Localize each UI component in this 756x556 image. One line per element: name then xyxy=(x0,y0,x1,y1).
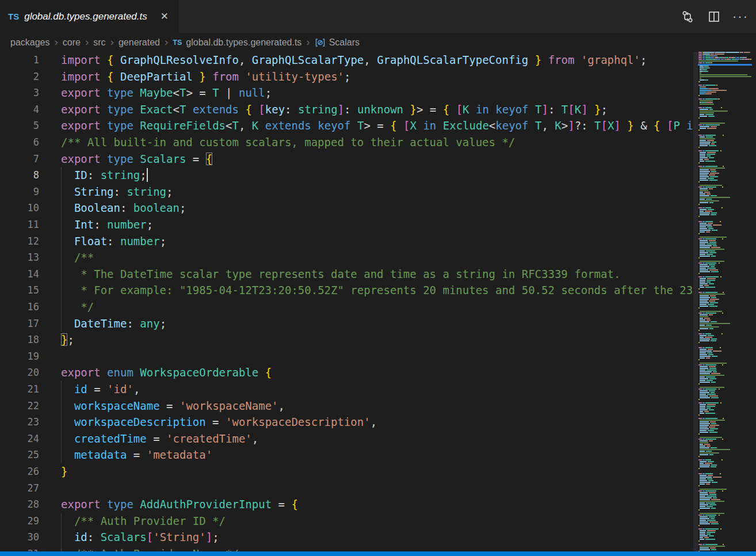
scrollbar-track[interactable] xyxy=(693,52,698,551)
code-line[interactable]: DateTime: any; xyxy=(61,315,693,332)
minimap-row xyxy=(698,150,752,151)
code-line[interactable]: } xyxy=(61,463,693,480)
line-number: 19 xyxy=(0,348,39,365)
code-line[interactable]: import { GraphQLResolveInfo, GraphQLScal… xyxy=(61,52,693,68)
code-editor[interactable]: 1234567891011121314151617181920212223242… xyxy=(0,52,756,551)
minimap-row xyxy=(698,83,752,84)
minimap-row xyxy=(698,378,752,379)
minimap-row xyxy=(698,537,752,538)
minimap-row xyxy=(698,449,752,450)
code-line[interactable] xyxy=(61,480,693,497)
line-number: 10 xyxy=(0,200,39,216)
minimap-row xyxy=(698,439,752,440)
minimap[interactable] xyxy=(698,52,752,551)
code-line[interactable]: Float: number; xyxy=(61,233,693,250)
minimap-row xyxy=(698,402,752,403)
minimap-row xyxy=(698,499,752,500)
code-line[interactable]: export type Maybe<T> = T | null; xyxy=(61,85,693,101)
code-area[interactable]: import { GraphQLResolveInfo, GraphQLScal… xyxy=(61,52,693,551)
minimap-row xyxy=(698,278,752,279)
code-line[interactable]: createdTime = 'createdTime', xyxy=(61,431,693,447)
code-line[interactable]: id: Scalars['String']; xyxy=(61,529,693,546)
minimap-row xyxy=(698,142,752,143)
minimap-row xyxy=(698,392,752,393)
code-line[interactable]: workspaceName = 'workspaceName', xyxy=(61,398,693,414)
more-actions-icon[interactable]: ··· xyxy=(733,9,748,24)
code-line[interactable]: export type RequireFields<T, K extends k… xyxy=(61,117,693,134)
minimap-row xyxy=(698,511,752,512)
minimap-row xyxy=(698,62,752,63)
minimap-row xyxy=(698,504,752,505)
minimap-row xyxy=(698,155,752,157)
minimap-row xyxy=(698,300,752,302)
minimap-row xyxy=(698,411,752,412)
code-line[interactable]: metadata = 'metadata' xyxy=(61,447,693,463)
open-changes-icon[interactable] xyxy=(680,9,695,24)
minimap-row xyxy=(698,539,752,540)
code-line[interactable]: * For example: "1985-04-12T23:20:50.52Z"… xyxy=(61,282,693,299)
minimap-row xyxy=(698,114,752,115)
minimap-row xyxy=(698,242,752,243)
code-line[interactable]: String: string; xyxy=(61,184,693,200)
minimap-row xyxy=(698,532,752,533)
breadcrumb-item-file[interactable]: global.db.types.generated.ts xyxy=(186,37,301,48)
code-line[interactable]: * The DateTime scalar type represents da… xyxy=(61,266,693,283)
minimap-row xyxy=(698,95,752,96)
code-line[interactable]: /** xyxy=(61,249,693,266)
minimap-row xyxy=(698,195,752,196)
code-line[interactable]: export type AddAuthProviderInput = { xyxy=(61,496,693,513)
code-line[interactable]: import { DeepPartial } from 'utility-typ… xyxy=(61,68,693,85)
code-line[interactable]: ID: string; xyxy=(61,167,693,184)
breadcrumb-item-src[interactable]: src xyxy=(93,37,105,48)
breadcrumb-item-symbol[interactable]: Scalars xyxy=(329,37,360,48)
code-line[interactable]: }; xyxy=(61,332,693,348)
minimap-row xyxy=(698,76,752,77)
code-line[interactable]: workspaceDescription = 'workspaceDescrip… xyxy=(61,414,693,431)
code-line[interactable] xyxy=(61,348,693,365)
code-line[interactable]: /** Auth Provider Name */ xyxy=(61,546,693,551)
minimap-row xyxy=(698,54,752,55)
minimap-row xyxy=(698,496,752,497)
minimap-row xyxy=(698,516,752,517)
breadcrumb-item-core[interactable]: core xyxy=(63,37,81,48)
code-line[interactable]: export type Exact<T extends { [key: stri… xyxy=(61,101,693,118)
minimap-row xyxy=(698,376,752,378)
code-line[interactable]: export type Scalars = { xyxy=(61,151,693,167)
minimap-row xyxy=(698,338,752,340)
minimap-row xyxy=(698,92,752,93)
code-line[interactable]: /** All built-in and custom scalars, map… xyxy=(61,134,693,151)
minimap-row xyxy=(698,342,752,343)
minimap-row xyxy=(698,180,752,181)
minimap-row xyxy=(698,69,752,70)
minimap-row xyxy=(698,81,752,82)
minimap-current-line xyxy=(698,64,752,66)
minimap-row xyxy=(698,433,752,435)
minimap-row xyxy=(698,309,752,310)
close-icon[interactable]: ✕ xyxy=(158,9,171,24)
minimap-row xyxy=(698,470,752,471)
code-line[interactable]: Boolean: boolean; xyxy=(61,200,693,216)
breadcrumb-item-generated[interactable]: generated xyxy=(119,37,160,48)
status-bar xyxy=(0,551,756,556)
minimap-row xyxy=(698,280,752,281)
minimap-row xyxy=(698,440,752,441)
breadcrumb-item-packages[interactable]: packages xyxy=(10,37,50,48)
minimap-row xyxy=(698,111,752,112)
code-line[interactable]: /** Auth Provider ID */ xyxy=(61,513,693,530)
minimap-row xyxy=(698,458,752,459)
code-line[interactable]: id = 'id', xyxy=(61,381,693,398)
minimap-row xyxy=(698,344,752,345)
minimap-row xyxy=(698,226,752,227)
line-number: 27 xyxy=(0,480,39,497)
code-line[interactable]: */ xyxy=(61,299,693,315)
minimap-row xyxy=(698,482,752,483)
line-number: 30 xyxy=(0,529,39,546)
code-line[interactable]: export enum WorkspaceOrderable { xyxy=(61,364,693,381)
minimap-row xyxy=(698,425,752,426)
split-editor-icon[interactable] xyxy=(707,9,721,24)
minimap-row xyxy=(698,485,752,486)
minimap-row xyxy=(698,59,752,60)
code-line[interactable]: Int: number; xyxy=(61,216,693,233)
minimap-row xyxy=(698,235,752,236)
tab-global-db-types[interactable]: TS global.db.types.generated.ts ✕ xyxy=(0,0,179,33)
